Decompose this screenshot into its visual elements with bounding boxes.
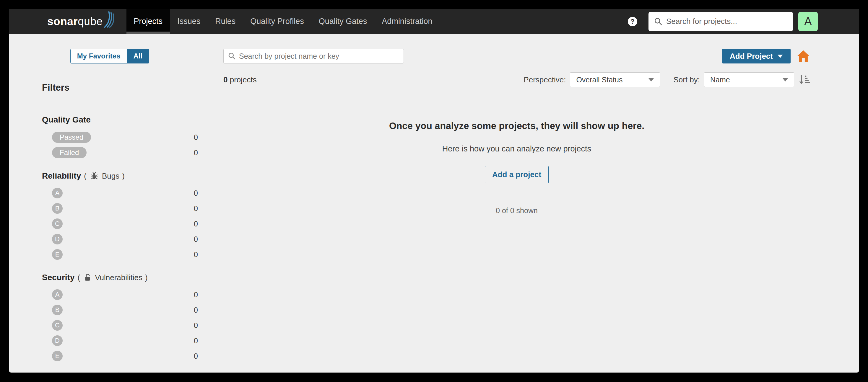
chevron-down-icon [778,55,783,58]
filter-row-reliability-b[interactable]: B 0 [42,203,198,214]
toggle-my-favorites[interactable]: My Favorites [71,49,127,63]
facet-count: 0 [194,235,198,244]
sort-descending-icon [798,74,810,85]
facet-count: 0 [194,321,198,330]
projects-header-divider [211,92,859,92]
home-icon [797,49,810,63]
facet-count: 0 [194,290,198,299]
rating-badge-a: A [52,188,63,198]
help-icon[interactable]: ? [628,17,637,26]
facet-quality-gate: Quality Gate Passed 0 Failed 0 [42,115,198,158]
filter-row-security-a[interactable]: A 0 [42,289,198,300]
filter-row-reliability-a[interactable]: A 0 [42,188,198,198]
facet-security: Security ( Vulnerabilities ) A 0 [42,273,198,361]
home-button[interactable] [797,49,810,63]
facet-count: 0 [194,204,198,213]
logo-text-light: qube [78,15,102,28]
add-project-button[interactable]: Add Project [722,49,790,64]
facet-subtitle: Security Hotspots [126,372,186,373]
filter-row-failed[interactable]: Failed 0 [42,147,198,158]
nav-tab-administration[interactable]: Administration [374,9,440,34]
unlock-icon [83,273,92,282]
add-a-project-button[interactable]: Add a project [485,166,549,183]
logo-swoosh-icon [104,11,116,28]
bug-icon [90,172,99,180]
projects-count: 0 projects [223,75,257,84]
rating-badge-b: B [52,305,63,315]
global-search-input[interactable] [666,17,788,26]
add-project-label: Add Project [730,51,773,61]
rating-badge-b: B [52,203,63,214]
rating-badge-d: D [52,335,63,346]
nav-tab-rules[interactable]: Rules [208,9,243,34]
rating-badge-e: E [52,249,63,260]
project-search-input[interactable] [239,52,399,61]
sort-by-value: Name [710,76,730,84]
projects-count-number: 0 [223,75,227,84]
nav-tab-quality-profiles[interactable]: Quality Profiles [243,9,311,34]
rating-badge-e: E [52,351,63,361]
paren-open: ( [78,273,80,282]
filters-sidebar: My Favorites All Filters Quality Gate Pa… [9,34,211,373]
facet-title-quality-gate: Quality Gate [42,115,91,125]
paren-close: ) [122,172,125,181]
main-nav: Projects Issues Rules Quality Profiles Q… [126,9,440,34]
quality-gate-badge-failed: Failed [52,147,87,158]
facet-security-review: Security Review ( Security Hotspots ) [42,371,198,373]
facet-count: 0 [194,250,198,259]
user-avatar[interactable]: A [798,12,818,31]
empty-state: Once you analyze some projects, they wil… [223,120,810,215]
facet-count: 0 [194,148,198,157]
rating-badge-a: A [52,289,63,300]
filter-row-reliability-c[interactable]: C 0 [42,218,198,229]
nav-tab-quality-gates[interactable]: Quality Gates [311,9,375,34]
search-icon [228,52,236,60]
projects-count-suffix: projects [230,75,257,84]
empty-state-title: Once you analyze some projects, they wil… [223,120,810,131]
facet-count: 0 [194,189,198,198]
paren-open: ( [84,172,87,181]
project-search-box [223,49,404,64]
paren-close: ) [145,273,148,282]
global-search-box [649,12,793,31]
filters-heading: Filters [42,82,211,93]
rating-badge-d: D [52,234,63,244]
filter-row-security-e[interactable]: E 0 [42,351,198,361]
toggle-all[interactable]: All [127,49,149,63]
facet-subtitle: Vulnerabilities [95,273,143,282]
sort-by-label: Sort by: [673,75,700,84]
facet-title-reliability: Reliability [42,171,81,181]
facet-title-security: Security [42,273,75,282]
nav-tab-projects[interactable]: Projects [126,9,170,34]
quality-gate-badge-passed: Passed [52,132,91,143]
shield-icon [114,372,122,373]
sonarqube-logo[interactable]: sonarqube [47,15,116,28]
facet-reliability: Reliability ( Bugs ) [42,171,198,260]
logo-text-bold: sonar [47,15,78,28]
rating-badge-c: C [52,320,63,331]
paren-close: ) [188,372,191,373]
page-body: My Favorites All Filters Quality Gate Pa… [9,34,859,373]
filter-row-reliability-d[interactable]: D 0 [42,234,198,244]
chevron-down-icon [783,78,788,81]
sort-by-select[interactable]: Name [704,72,794,87]
footer-divider [211,366,859,366]
favorites-toggle: My Favorites All [70,49,149,64]
perspective-select[interactable]: Overall Status [570,72,660,87]
facet-subtitle: Bugs [102,172,119,181]
shown-summary: 0 of 0 shown [223,206,810,215]
perspective-value: Overall Status [576,76,622,84]
filter-row-security-c[interactable]: C 0 [42,320,198,331]
sort-direction-button[interactable] [798,74,810,85]
nav-tab-issues[interactable]: Issues [170,9,208,34]
filter-row-reliability-e[interactable]: E 0 [42,249,198,260]
filter-row-passed[interactable]: Passed 0 [42,132,198,143]
projects-main: Add Project 0 projects Perspective: [211,34,859,373]
facet-title-security-review: Security Review [42,371,105,373]
empty-state-subtitle: Here is how you can analyze new projects [223,144,810,153]
filter-row-security-b[interactable]: B 0 [42,305,198,315]
facet-count: 0 [194,133,198,142]
top-navbar: sonarqube Projects Issues Rules Quality … [9,9,859,34]
chevron-down-icon [649,78,654,81]
filter-row-security-d[interactable]: D 0 [42,335,198,346]
